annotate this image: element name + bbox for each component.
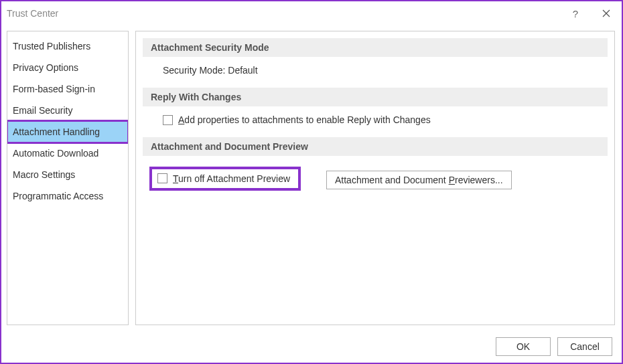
- footer: OK Cancel: [1, 331, 622, 363]
- turn-off-preview-label: Turn off Attachment Preview: [173, 173, 290, 184]
- ok-button[interactable]: OK: [496, 337, 551, 356]
- close-button[interactable]: [591, 1, 622, 25]
- sidebar-item-privacy-options[interactable]: Privacy Options: [7, 57, 128, 78]
- content-panel: Attachment Security Mode Security Mode: …: [135, 31, 615, 325]
- sidebar-item-macro-settings[interactable]: Macro Settings: [7, 164, 128, 185]
- titlebar: Trust Center ?: [1, 1, 622, 25]
- window-body: Trusted Publishers Privacy Options Form-…: [1, 25, 622, 363]
- sidebar: Trusted Publishers Privacy Options Form-…: [7, 31, 129, 325]
- help-button[interactable]: ?: [560, 1, 591, 25]
- security-mode-label: Security Mode:: [163, 65, 228, 76]
- section-header-attachment-preview: Attachment and Document Preview: [143, 137, 608, 156]
- turn-off-preview-highlight: Turn off Attachment Preview: [149, 167, 301, 191]
- add-properties-checkbox[interactable]: [163, 115, 173, 125]
- reply-with-changes-body: Add properties to attachments to enable …: [143, 114, 608, 137]
- titlebar-buttons: ?: [560, 1, 622, 25]
- add-properties-label: Add properties to attachments to enable …: [178, 114, 431, 125]
- section-header-reply-with-changes: Reply With Changes: [143, 88, 608, 106]
- sidebar-item-attachment-handling[interactable]: Attachment Handling: [7, 121, 128, 143]
- sidebar-item-email-security[interactable]: Email Security: [7, 100, 128, 121]
- cancel-button[interactable]: Cancel: [557, 337, 612, 356]
- sidebar-item-form-based-sign-in[interactable]: Form-based Sign-in: [7, 78, 128, 100]
- previewers-button[interactable]: Attachment and Document Previewers...: [326, 171, 512, 189]
- attachment-preview-body: Turn off Attachment Preview Attachment a…: [143, 164, 608, 203]
- sidebar-item-trusted-publishers[interactable]: Trusted Publishers: [7, 35, 128, 57]
- window-title: Trust Center: [7, 8, 58, 19]
- security-mode-row: Security Mode: Default: [143, 65, 608, 88]
- trust-center-window: Trust Center ? Trusted Publishers Privac…: [0, 0, 623, 364]
- sidebar-item-programmatic-access[interactable]: Programmatic Access: [7, 185, 128, 207]
- security-mode-value: Default: [228, 65, 257, 76]
- close-icon: [602, 9, 610, 17]
- main-area: Trusted Publishers Privacy Options Form-…: [1, 25, 622, 331]
- section-header-attachment-security: Attachment Security Mode: [143, 38, 608, 57]
- add-properties-checkbox-row[interactable]: Add properties to attachments to enable …: [163, 114, 608, 125]
- turn-off-preview-checkbox[interactable]: [157, 173, 167, 183]
- sidebar-item-automatic-download[interactable]: Automatic Download: [7, 143, 128, 164]
